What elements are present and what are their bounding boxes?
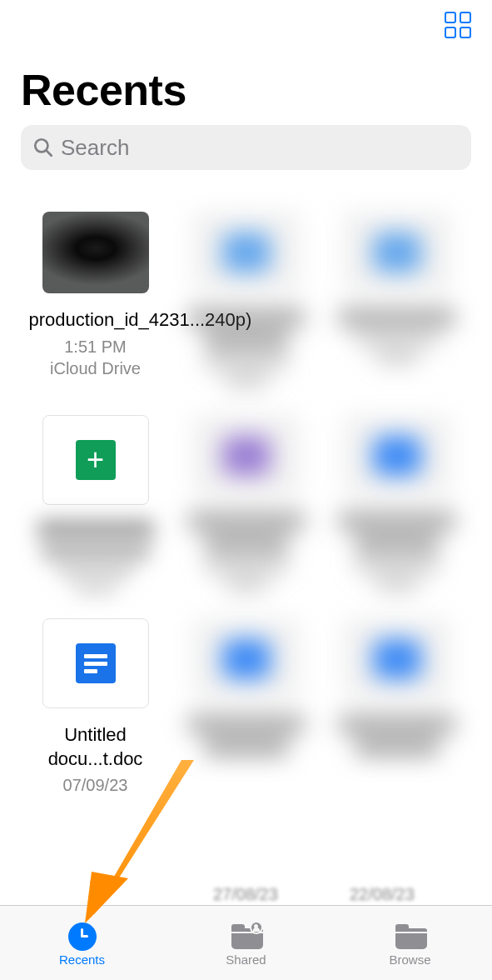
tab-shared[interactable]: Shared <box>196 924 296 967</box>
file-item[interactable]: Untitled docu...t.doc 07/09/23 <box>25 618 166 796</box>
file-item[interactable]: production_id_4231...240p) 1:51 PM iClou… <box>25 212 166 392</box>
file-thumbnail-video <box>42 212 149 293</box>
file-location: iCloud Drive <box>50 358 141 379</box>
svg-line-1 <box>47 151 52 156</box>
file-date: 07/09/23 <box>63 774 128 796</box>
file-thumbnail-docs <box>42 618 149 708</box>
grid-view-icon[interactable] <box>445 12 471 38</box>
file-item[interactable] <box>25 415 166 595</box>
folder-icon <box>395 924 425 949</box>
tab-label: Recents <box>59 952 105 967</box>
file-meta-redacted <box>42 543 150 560</box>
file-item-redacted <box>176 415 316 595</box>
file-date-partial: 27/08/23 <box>213 885 278 904</box>
tab-label: Browse <box>389 952 430 967</box>
file-thumbnail-sheets <box>42 415 149 505</box>
file-item-redacted <box>326 212 467 392</box>
docs-icon <box>76 643 116 683</box>
tab-recents[interactable]: Recents <box>32 924 132 967</box>
file-item-redacted <box>176 212 316 392</box>
clock-icon <box>68 922 97 951</box>
page-title: Recents <box>0 38 492 125</box>
file-meta-redacted <box>75 582 117 595</box>
tab-label: Shared <box>226 952 266 967</box>
search-icon <box>32 137 54 158</box>
search-bar[interactable] <box>21 125 471 170</box>
file-meta-redacted <box>58 563 133 578</box>
folder-shared-icon <box>231 924 261 949</box>
file-date-partial: 22/08/23 <box>350 885 415 904</box>
file-name-redacted <box>37 520 154 538</box>
tab-browse[interactable]: Browse <box>360 924 460 967</box>
sheets-icon <box>76 440 116 480</box>
file-name: Untitled docu...t.doc <box>29 723 162 771</box>
file-item-redacted <box>176 618 316 796</box>
tab-bar: Recents Shared Browse <box>0 905 492 980</box>
file-name: production_id_4231...240p) <box>29 308 162 332</box>
file-time: 1:51 PM <box>64 336 126 358</box>
file-item-redacted <box>326 415 467 595</box>
file-item-redacted <box>326 618 467 796</box>
search-input[interactable] <box>61 135 460 161</box>
